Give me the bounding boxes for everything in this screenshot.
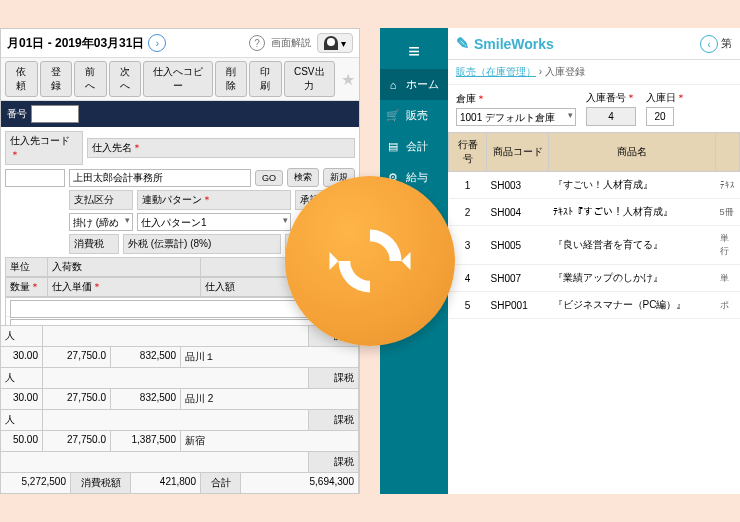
print-button[interactable]: 印刷: [249, 61, 282, 97]
date-next-arrow[interactable]: ›: [148, 34, 166, 52]
right-main: ✎ SmileWorks ‹ 第 販売（在庫管理） › 入庫登録 倉庫＊ 100…: [448, 28, 740, 494]
sidebar-item-label: 販売: [406, 108, 428, 123]
entry-number-input[interactable]: [586, 107, 636, 126]
supplier-code-input[interactable]: [5, 169, 65, 187]
sync-badge: [285, 176, 455, 346]
detail-row: 50.0027,750.01,387,500新宿: [1, 430, 359, 451]
col-unit: 単位: [6, 258, 48, 276]
detail-row: 30.0027,750.0832,500品川 2: [1, 388, 359, 409]
entry-date-input[interactable]: [646, 107, 674, 126]
table-row[interactable]: 1SH003『すごい！人材育成』ﾃｷｽ: [449, 172, 740, 199]
register-button[interactable]: 登録: [40, 61, 73, 97]
th-name: 商品名: [549, 133, 716, 172]
controls: 倉庫＊ 1001 デフォルト倉庫 入庫番号＊ 入庫日＊: [448, 85, 740, 132]
grand-total: 5,694,300: [241, 473, 359, 493]
sidebar-item-sales[interactable]: 🛒 販売: [380, 100, 448, 131]
table-row[interactable]: 3SH005『良い経営者を育てる』単行: [449, 226, 740, 265]
detail-row: 30.0027,750.0832,500品川１: [1, 346, 359, 367]
back-label: 第: [721, 36, 732, 51]
user-menu-button[interactable]: ▾: [317, 33, 353, 53]
copy-button[interactable]: 仕入へコピー: [143, 61, 213, 97]
user-icon: [324, 36, 338, 50]
supplier-name-label: 仕入先名＊: [87, 138, 355, 158]
help-label: 画面解説: [271, 36, 311, 50]
breadcrumb-current: 入庫登録: [545, 66, 585, 77]
detail-row: 人課税: [1, 325, 359, 346]
brand-bar: ✎ SmileWorks ‹ 第: [448, 28, 740, 60]
supplier-name-input[interactable]: [69, 169, 251, 187]
tax-label: 消費税: [69, 234, 119, 254]
warehouse-select[interactable]: 1001 デフォルト倉庫: [456, 108, 576, 126]
search-button[interactable]: 検索: [287, 168, 319, 187]
left-header: 月01日 - 2019年03月31日 › ? 画面解説 ▾: [1, 29, 359, 58]
sidebar-item-label: ホーム: [406, 77, 439, 92]
table-row[interactable]: 5SHP001『ビジネスマナー（PC編）』ポ: [449, 292, 740, 319]
tax-total: 421,800: [131, 473, 201, 493]
brand: ✎ SmileWorks: [456, 34, 554, 53]
sync-arrows-icon: [325, 216, 415, 306]
hamburger-icon[interactable]: ≡: [380, 34, 448, 69]
table-row[interactable]: 4SH007『業績アップのしかけ』単: [449, 265, 740, 292]
cart-icon: 🛒: [386, 109, 400, 122]
date-range: 月01日 - 2019年03月31日: [7, 35, 144, 52]
totals-area: 人課税30.0027,750.0832,500品川１人課税30.0027,750…: [1, 325, 359, 493]
breadcrumb-section-link[interactable]: 販売（在庫管理）: [456, 66, 536, 77]
prev-button[interactable]: 前へ: [74, 61, 107, 97]
toolbar: 依頼 登録 前へ 次へ 仕入へコピー 削除 印刷 CSV出力 ★: [1, 58, 359, 101]
pay-div-label: 支払区分: [69, 190, 133, 210]
brand-name: SmileWorks: [474, 36, 554, 52]
chevron-down-icon: ▾: [341, 38, 346, 49]
pay-div-select[interactable]: 掛け (締め): [69, 213, 133, 231]
pattern-label: 連動パターン＊: [137, 190, 291, 210]
items-table: 行番号 商品コード 商品名 1SH003『すごい！人材育成』ﾃｷｽ2SH004ﾃ…: [448, 132, 740, 319]
next-button[interactable]: 次へ: [109, 61, 142, 97]
subtotal: 5,272,500: [1, 473, 71, 493]
entry-number-label: 入庫番号＊: [586, 91, 636, 105]
detail-row: 人課税: [1, 409, 359, 430]
col-qty: 入荷数: [48, 258, 201, 276]
book-icon: ▤: [386, 140, 400, 153]
delete-button[interactable]: 削除: [215, 61, 248, 97]
sidebar-item-label: 会計: [406, 139, 428, 154]
go-button[interactable]: GO: [255, 170, 283, 186]
warehouse-label: 倉庫＊: [456, 92, 576, 106]
help-icon[interactable]: ?: [249, 35, 265, 51]
col-uprice: 仕入単価: [52, 281, 92, 292]
grand-total-row: 5,272,500 消費税額 421,800 合計 5,694,300: [1, 472, 359, 493]
number-bar: 番号: [1, 101, 359, 127]
request-button[interactable]: 依頼: [5, 61, 38, 97]
home-icon: ⌂: [386, 79, 400, 91]
sidebar-item-home[interactable]: ⌂ ホーム: [380, 69, 448, 100]
pattern-select[interactable]: 仕入パターン1: [137, 213, 291, 231]
back-circle-icon[interactable]: ‹: [700, 35, 718, 53]
csv-button[interactable]: CSV出力: [284, 61, 336, 97]
total-label: 合計: [201, 473, 241, 493]
brand-logo-icon: ✎: [456, 34, 469, 53]
col-uqty: 数量: [10, 281, 30, 292]
th-code: 商品コード: [487, 133, 549, 172]
th-row: 行番号: [449, 133, 487, 172]
supplier-code-label: 仕入先コード＊: [5, 131, 83, 165]
detail-row: 人課税: [1, 367, 359, 388]
entry-date-label: 入庫日＊: [646, 91, 686, 105]
breadcrumb: 販売（在庫管理） › 入庫登録: [448, 60, 740, 85]
number-input[interactable]: [31, 105, 79, 123]
favorite-star-icon[interactable]: ★: [341, 70, 355, 89]
sidebar-item-accounting[interactable]: ▤ 会計: [380, 131, 448, 162]
tax-setting: 外税 (伝票計) (8%): [123, 234, 281, 254]
sidebar-item-label: 給与: [406, 170, 428, 185]
number-label: 番号: [7, 107, 27, 121]
table-row[interactable]: 2SH004ﾃｷｽﾄ『すごい！人材育成』5冊: [449, 199, 740, 226]
tax-total-label: 消費税額: [71, 473, 131, 493]
